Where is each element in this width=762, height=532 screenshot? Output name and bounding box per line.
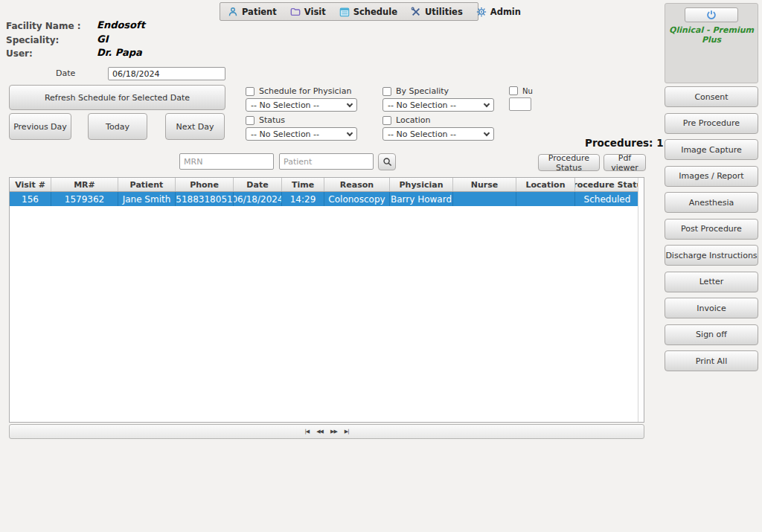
location-label: Location bbox=[396, 115, 431, 125]
power-button[interactable] bbox=[685, 7, 738, 22]
mrn-search-input[interactable] bbox=[179, 153, 274, 170]
status-select[interactable]: -- No Selection -- bbox=[246, 127, 357, 141]
sidebar-button-invoice[interactable]: Invoice bbox=[665, 298, 758, 318]
previous-page-button[interactable]: ◀◀ bbox=[316, 429, 323, 435]
table-row-selected[interactable]: 156 1579362 Jane Smith 5188318051 06/18/… bbox=[10, 192, 644, 206]
schedule-for-physician-label: Schedule for Physician bbox=[259, 86, 351, 96]
first-page-button[interactable]: |◀ bbox=[304, 429, 309, 435]
nav-schedule-label: Schedule bbox=[353, 7, 397, 17]
patient-search-input[interactable] bbox=[279, 153, 374, 170]
person-icon bbox=[228, 7, 238, 17]
cell-nurse bbox=[453, 192, 516, 206]
nav-visit-label: Visit bbox=[304, 7, 326, 17]
schedule-for-physician-checkbox[interactable] bbox=[246, 87, 254, 96]
table-scrollbar-gutter[interactable] bbox=[638, 178, 644, 422]
speciality-select[interactable]: -- No Selection -- bbox=[382, 98, 494, 112]
power-icon bbox=[706, 10, 717, 20]
pdf-viewer-button[interactable]: Pdf viewer bbox=[603, 154, 646, 171]
sidebar-actions: Consent Pre Procedure Image Capture Imag… bbox=[665, 86, 758, 377]
tools-icon bbox=[411, 7, 421, 17]
cell-phone: 5188318051 bbox=[176, 192, 234, 206]
cell-mr: 1579362 bbox=[51, 192, 118, 206]
nav-admin[interactable]: Admin bbox=[476, 7, 521, 17]
cell-procedure-status: Scheduled bbox=[575, 192, 639, 206]
sidebar-button-print-all[interactable]: Print All bbox=[665, 350, 758, 371]
facility-name-value: Endosoft bbox=[97, 19, 145, 31]
cell-reason: Colonoscopy bbox=[324, 192, 390, 206]
nav-utilities-label: Utilities bbox=[425, 7, 463, 17]
cell-visit: 156 bbox=[10, 192, 51, 206]
sidebar-button-consent[interactable]: Consent bbox=[665, 86, 758, 107]
sidebar-button-letter[interactable]: Letter bbox=[665, 272, 758, 292]
pagination-bar: |◀ ◀◀ ▶▶ ▶| bbox=[9, 424, 644, 439]
top-toolbar: Patient Visit Schedule Utilities bbox=[220, 2, 478, 21]
sidebar-button-sign-off[interactable]: Sign off bbox=[665, 324, 758, 345]
user-label: User: bbox=[6, 48, 33, 59]
chevron-down-icon bbox=[347, 100, 353, 106]
user-value: Dr. Papa bbox=[97, 47, 142, 58]
search-button[interactable] bbox=[378, 153, 396, 170]
by-speciality-label: By Speciality bbox=[396, 86, 449, 96]
sidebar-button-images-report[interactable]: Images / Report bbox=[665, 166, 758, 187]
sidebar-brand-panel: Qlinical - Premium Plus bbox=[665, 3, 758, 83]
sidebar-button-discharge-instructions[interactable]: Discharge Instructions bbox=[665, 245, 758, 266]
today-button[interactable]: Today bbox=[88, 113, 147, 140]
nav-patient[interactable]: Patient bbox=[228, 7, 277, 17]
nurse-label-truncated: Nu bbox=[522, 87, 533, 95]
status-select-value: -- No Selection -- bbox=[251, 129, 319, 139]
col-date[interactable]: Date bbox=[234, 178, 282, 191]
col-time[interactable]: Time bbox=[282, 178, 324, 191]
speciality-value: GI bbox=[97, 33, 109, 45]
col-visit[interactable]: Visit # bbox=[10, 178, 51, 191]
col-nurse[interactable]: Nurse bbox=[453, 178, 516, 191]
table-header-row: Visit # MR# Patient Phone Date Time Reas… bbox=[10, 178, 644, 192]
gear-icon bbox=[476, 7, 487, 17]
sidebar-button-pre-procedure[interactable]: Pre Procedure bbox=[665, 113, 758, 134]
location-select[interactable]: -- No Selection -- bbox=[382, 127, 494, 141]
status-label: Status bbox=[259, 115, 285, 125]
nav-patient-label: Patient bbox=[242, 7, 277, 17]
cell-time: 14:29 bbox=[282, 192, 324, 206]
col-phone[interactable]: Phone bbox=[176, 178, 234, 191]
chevron-down-icon bbox=[484, 129, 490, 135]
location-checkbox[interactable] bbox=[382, 116, 391, 125]
nav-visit[interactable]: Visit bbox=[290, 7, 326, 17]
previous-day-button[interactable]: Previous Day bbox=[9, 113, 71, 140]
speciality-select-value: -- No Selection -- bbox=[388, 100, 456, 110]
physician-select-value: -- No Selection -- bbox=[251, 100, 319, 110]
by-speciality-checkbox[interactable] bbox=[382, 87, 391, 96]
nurse-input[interactable] bbox=[509, 97, 531, 111]
speciality-label: Speciality: bbox=[6, 35, 59, 45]
col-physician[interactable]: Physician bbox=[390, 178, 453, 191]
date-label: Date bbox=[56, 68, 75, 78]
schedule-table: Visit # MR# Patient Phone Date Time Reas… bbox=[9, 177, 644, 423]
date-input[interactable] bbox=[108, 67, 225, 80]
chevron-down-icon bbox=[347, 129, 353, 135]
cell-patient: Jane Smith bbox=[118, 192, 176, 206]
procedures-count: Procedures: 1 bbox=[585, 137, 664, 149]
sidebar-button-anesthesia[interactable]: Anesthesia bbox=[665, 192, 758, 213]
brand-title: Qlinical - Premium Plus bbox=[665, 25, 758, 45]
col-patient[interactable]: Patient bbox=[118, 178, 176, 191]
physician-select[interactable]: -- No Selection -- bbox=[246, 98, 357, 112]
next-day-button[interactable]: Next Day bbox=[165, 113, 225, 140]
search-icon bbox=[382, 157, 392, 167]
nav-utilities[interactable]: Utilities bbox=[411, 7, 463, 17]
chevron-down-icon bbox=[484, 100, 490, 106]
folder-icon bbox=[290, 7, 301, 17]
calendar-icon bbox=[339, 7, 350, 17]
procedure-status-button[interactable]: Procedure Status bbox=[538, 154, 600, 171]
nav-schedule[interactable]: Schedule bbox=[339, 7, 397, 17]
next-page-button[interactable]: ▶▶ bbox=[330, 429, 337, 435]
col-procedure-status[interactable]: Procedure Status bbox=[575, 178, 639, 191]
col-reason[interactable]: Reason bbox=[324, 178, 390, 191]
col-location[interactable]: Location bbox=[516, 178, 575, 191]
cell-date: 06/18/2024 bbox=[234, 192, 282, 206]
sidebar-button-post-procedure[interactable]: Post Procedure bbox=[665, 219, 758, 240]
sidebar-button-image-capture[interactable]: Image Capture bbox=[665, 139, 758, 160]
nurse-checkbox[interactable] bbox=[509, 86, 518, 95]
col-mr[interactable]: MR# bbox=[51, 178, 118, 191]
last-page-button[interactable]: ▶| bbox=[345, 429, 349, 435]
status-checkbox[interactable] bbox=[246, 116, 254, 125]
refresh-schedule-button[interactable]: Refresh Schedule for Selected Date bbox=[9, 85, 225, 110]
